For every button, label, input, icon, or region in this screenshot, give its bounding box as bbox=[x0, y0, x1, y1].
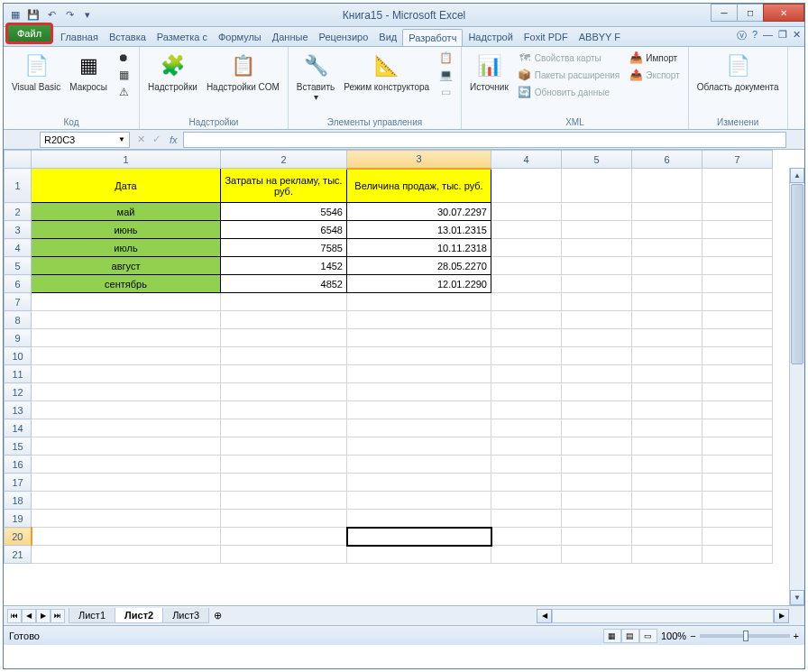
new-sheet-icon[interactable]: ⊕ bbox=[208, 610, 227, 621]
cell[interactable] bbox=[221, 329, 347, 347]
cell[interactable] bbox=[562, 528, 632, 546]
row-header-4[interactable]: 4 bbox=[5, 239, 32, 257]
cell[interactable] bbox=[562, 221, 632, 239]
cell[interactable] bbox=[491, 311, 562, 329]
cell[interactable] bbox=[562, 419, 632, 437]
macros-button[interactable]: ▦ Макросы bbox=[67, 50, 110, 94]
cell[interactable] bbox=[221, 383, 347, 401]
cell[interactable] bbox=[702, 293, 773, 311]
cell[interactable] bbox=[347, 437, 491, 456]
row-header-14[interactable]: 14 bbox=[5, 419, 32, 437]
cell[interactable] bbox=[347, 456, 491, 474]
cell[interactable] bbox=[221, 456, 347, 474]
cell[interactable] bbox=[632, 347, 702, 365]
cell[interactable] bbox=[347, 383, 491, 401]
cell[interactable] bbox=[702, 456, 773, 474]
cell[interactable] bbox=[702, 437, 773, 456]
cell-cost[interactable]: 6548 bbox=[221, 221, 347, 239]
sheet-tab-Лист1[interactable]: Лист1 bbox=[69, 608, 115, 623]
row-header-1[interactable]: 1 bbox=[5, 169, 32, 203]
horizontal-scrollbar[interactable]: ◀ ▶ bbox=[537, 608, 789, 623]
column-header-4[interactable]: 4 bbox=[491, 151, 562, 169]
zoom-level[interactable]: 100% bbox=[661, 631, 686, 641]
scroll-up-icon[interactable]: ▲ bbox=[790, 168, 804, 183]
namebox-dropdown-icon[interactable]: ▼ bbox=[118, 135, 125, 143]
column-header-1[interactable]: 1 bbox=[32, 151, 221, 169]
row-header-6[interactable]: 6 bbox=[5, 275, 32, 293]
cell-month[interactable]: май bbox=[32, 203, 221, 221]
cell[interactable] bbox=[632, 275, 702, 293]
cell[interactable] bbox=[221, 510, 347, 528]
cell[interactable] bbox=[562, 275, 632, 293]
cell[interactable] bbox=[491, 383, 562, 401]
cell[interactable] bbox=[491, 293, 562, 311]
cell[interactable] bbox=[32, 546, 221, 564]
zoom-in-button[interactable]: + bbox=[794, 631, 799, 641]
properties-button[interactable]: 📋 bbox=[436, 50, 455, 66]
cell[interactable] bbox=[632, 492, 702, 510]
row-header-11[interactable]: 11 bbox=[5, 365, 32, 383]
cell[interactable] bbox=[221, 347, 347, 365]
cell[interactable] bbox=[32, 311, 221, 329]
help-icon[interactable]: ? bbox=[752, 29, 758, 42]
cell[interactable] bbox=[632, 510, 702, 528]
row-header-5[interactable]: 5 bbox=[5, 257, 32, 275]
cell[interactable] bbox=[632, 546, 702, 564]
row-header-19[interactable]: 19 bbox=[5, 510, 32, 528]
cell[interactable] bbox=[347, 492, 491, 510]
cell[interactable] bbox=[32, 510, 221, 528]
cell[interactable] bbox=[562, 365, 632, 383]
cell[interactable] bbox=[347, 474, 491, 492]
cell[interactable] bbox=[632, 293, 702, 311]
cell[interactable] bbox=[702, 528, 773, 546]
run-dialog-button[interactable]: ▭ bbox=[436, 84, 455, 100]
cell-month[interactable]: сентябрь bbox=[32, 275, 221, 293]
row-header-13[interactable]: 13 bbox=[5, 401, 32, 419]
row-header-17[interactable]: 17 bbox=[5, 474, 32, 492]
cell[interactable] bbox=[491, 437, 562, 456]
cell[interactable] bbox=[221, 365, 347, 383]
cell[interactable] bbox=[562, 546, 632, 564]
design-mode-button[interactable]: 📐 Режим конструктора bbox=[341, 50, 432, 94]
cell[interactable] bbox=[221, 419, 347, 437]
cell[interactable] bbox=[221, 401, 347, 419]
document-area-button[interactable]: 📄 Область документа bbox=[694, 50, 782, 94]
cell[interactable] bbox=[562, 311, 632, 329]
cell[interactable] bbox=[347, 510, 491, 528]
cell[interactable] bbox=[702, 311, 773, 329]
cell[interactable] bbox=[32, 528, 221, 546]
tab-foxit pdf[interactable]: Foxit PDF bbox=[519, 29, 574, 46]
cell[interactable] bbox=[702, 510, 773, 528]
cell[interactable] bbox=[702, 383, 773, 401]
cell[interactable] bbox=[491, 419, 562, 437]
cell[interactable] bbox=[32, 474, 221, 492]
minimize-button[interactable]: ─ bbox=[711, 4, 738, 22]
cell-month[interactable]: август bbox=[32, 257, 221, 275]
cell[interactable] bbox=[347, 546, 491, 564]
cell[interactable] bbox=[347, 365, 491, 383]
cell[interactable] bbox=[702, 203, 773, 221]
row-header-20[interactable]: 20 bbox=[5, 528, 32, 546]
cell-cost[interactable]: 7585 bbox=[221, 239, 347, 257]
undo-icon[interactable]: ↶ bbox=[43, 7, 60, 23]
header-cell[interactable]: Затраты на рекламу, тыс. руб. bbox=[221, 169, 347, 203]
cell[interactable] bbox=[632, 311, 702, 329]
tab-надстрой[interactable]: Надстрой bbox=[463, 29, 518, 46]
row-header-15[interactable]: 15 bbox=[5, 437, 32, 456]
cell[interactable] bbox=[632, 221, 702, 239]
cell[interactable] bbox=[491, 275, 562, 293]
record-macro-button[interactable]: ⏺ bbox=[114, 50, 133, 66]
cell[interactable] bbox=[702, 257, 773, 275]
cell[interactable] bbox=[221, 492, 347, 510]
cell[interactable] bbox=[562, 510, 632, 528]
sheet-nav-next-icon[interactable]: ▶ bbox=[36, 609, 50, 623]
refresh-data-button[interactable]: 🔄Обновить данные bbox=[515, 84, 622, 100]
cell[interactable] bbox=[221, 293, 347, 311]
cell[interactable] bbox=[491, 329, 562, 347]
cell[interactable] bbox=[491, 239, 562, 257]
row-header-16[interactable]: 16 bbox=[5, 456, 32, 474]
cell[interactable] bbox=[491, 257, 562, 275]
fx-button[interactable]: fx bbox=[164, 134, 183, 145]
cell[interactable] bbox=[702, 365, 773, 383]
cell[interactable] bbox=[632, 365, 702, 383]
